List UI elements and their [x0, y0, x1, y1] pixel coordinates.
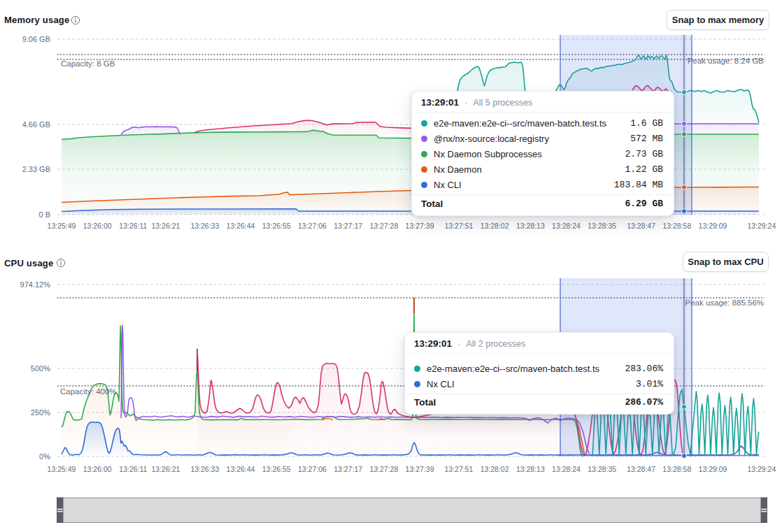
svg-text:13:28:58: 13:28:58 [662, 465, 691, 473]
svg-text:13:28:02: 13:28:02 [481, 465, 509, 473]
svg-text:13:26:21: 13:26:21 [152, 465, 180, 473]
svg-text:13:26:55: 13:26:55 [262, 465, 291, 473]
svg-text:13:27:17: 13:27:17 [334, 465, 362, 473]
svg-text:13:29:09: 13:29:09 [699, 465, 727, 473]
svg-text:2.33 GB: 2.33 GB [22, 165, 50, 173]
svg-text:13:26:11: 13:26:11 [119, 465, 147, 473]
svg-text:13:27:17: 13:27:17 [334, 222, 362, 230]
svg-text:13:27:51: 13:27:51 [444, 465, 473, 473]
svg-text:13:28:35: 13:28:35 [588, 222, 616, 230]
svg-text:13:27:39: 13:27:39 [406, 222, 434, 230]
svg-text:13:26:00: 13:26:00 [83, 465, 112, 473]
svg-text:13:26:33: 13:26:33 [190, 465, 219, 473]
svg-text:13:26:00: 13:26:00 [83, 222, 112, 230]
svg-text:13:25:49: 13:25:49 [48, 465, 76, 473]
svg-text:13:28:24: 13:28:24 [552, 465, 581, 473]
svg-text:13:28:24: 13:28:24 [552, 222, 581, 230]
svg-text:13:28:47: 13:28:47 [627, 222, 655, 230]
svg-text:Capacity: 400%: Capacity: 400% [60, 387, 117, 396]
svg-text:13:27:06: 13:27:06 [298, 465, 327, 473]
svg-text:13:26:44: 13:26:44 [227, 222, 255, 230]
svg-text:13:28:13: 13:28:13 [516, 465, 545, 473]
svg-text:13:27:39: 13:27:39 [406, 465, 434, 473]
svg-text:13:28:47: 13:28:47 [627, 465, 655, 473]
svg-text:0%: 0% [39, 452, 50, 461]
svg-text:9.06 GB: 9.06 GB [22, 35, 50, 43]
svg-text:Peak usage: 8.24 GB: Peak usage: 8.24 GB [688, 57, 765, 65]
svg-text:13:25:49: 13:25:49 [48, 222, 76, 230]
svg-text:13:26:11: 13:26:11 [119, 222, 147, 230]
svg-text:13:29:24: 13:29:24 [747, 465, 776, 473]
svg-text:13:28:02: 13:28:02 [481, 222, 509, 230]
svg-text:13:28:58: 13:28:58 [662, 222, 691, 230]
svg-text:13:26:33: 13:26:33 [190, 222, 219, 230]
svg-text:13:28:13: 13:28:13 [516, 222, 545, 230]
svg-text:13:26:44: 13:26:44 [227, 465, 255, 473]
svg-text:13:27:06: 13:27:06 [298, 222, 327, 230]
svg-text:500%: 500% [31, 364, 50, 373]
svg-text:13:26:21: 13:26:21 [152, 222, 180, 230]
svg-text:13:26:55: 13:26:55 [262, 222, 291, 230]
svg-text:250%: 250% [31, 408, 50, 417]
svg-text:13:29:24: 13:29:24 [747, 222, 776, 230]
svg-text:13:29:09: 13:29:09 [699, 222, 727, 230]
svg-text:13:27:28: 13:27:28 [369, 222, 398, 230]
svg-text:13:28:35: 13:28:35 [588, 465, 616, 473]
svg-text:13:27:51: 13:27:51 [444, 222, 473, 230]
svg-text:0 B: 0 B [38, 210, 50, 219]
svg-text:Peak usage: 885.56%: Peak usage: 885.56% [685, 299, 764, 307]
svg-text:13:27:28: 13:27:28 [369, 465, 398, 473]
svg-text:974.12%: 974.12% [20, 280, 51, 289]
svg-text:4.66 GB: 4.66 GB [22, 120, 50, 129]
svg-text:Capacity: 8 GB: Capacity: 8 GB [61, 59, 115, 68]
